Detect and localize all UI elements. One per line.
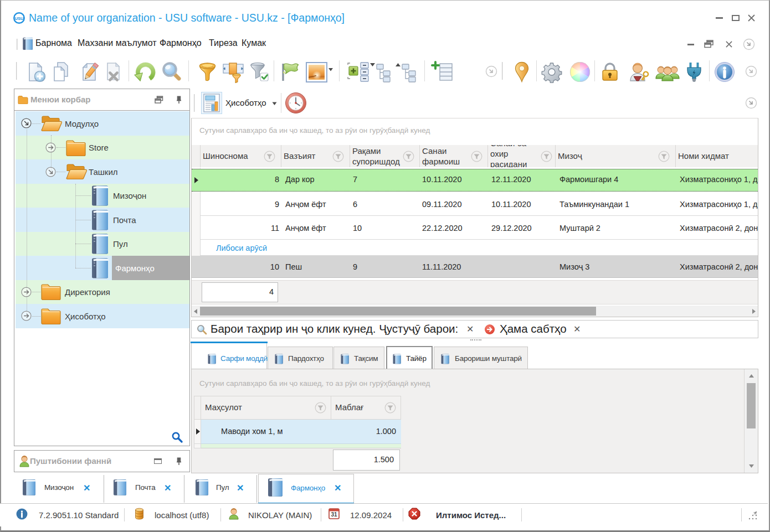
svg-text:USU: USU [14, 16, 24, 21]
svg-text:31: 31 [331, 512, 337, 518]
